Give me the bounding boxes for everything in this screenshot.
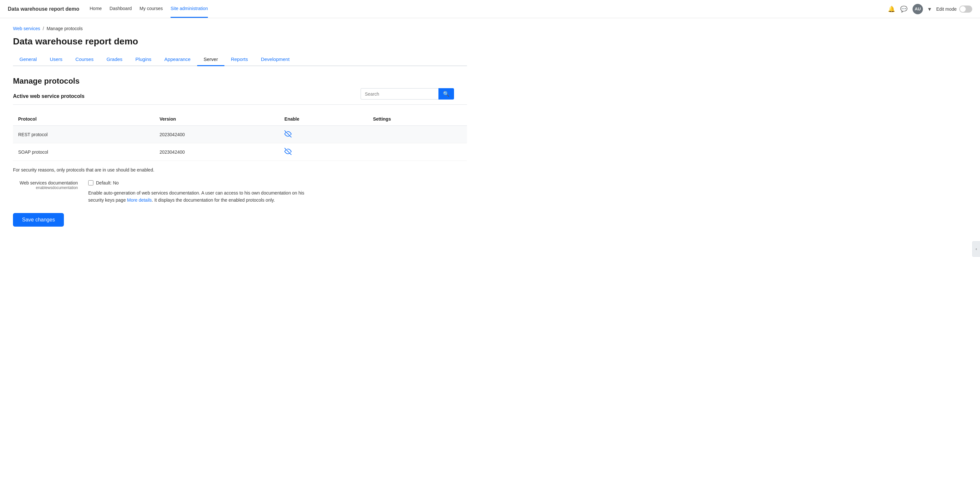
rest-protocol-settings: [368, 126, 467, 143]
tab-plugins[interactable]: Plugins: [129, 53, 158, 66]
setting-label: Web services documentation enablewsdocum…: [13, 180, 78, 204]
soap-protocol-version: 2023042400: [154, 143, 279, 161]
protocols-table: Protocol Version Enable Settings REST pr…: [13, 113, 467, 161]
search-input[interactable]: [361, 88, 438, 100]
nav-my-courses[interactable]: My courses: [140, 0, 163, 18]
rest-protocol-enable[interactable]: [279, 126, 368, 143]
description-part2: . It displays the documentation for the …: [152, 197, 275, 203]
search-container: 🔍: [361, 88, 454, 100]
tabs-container: General Users Courses Grades Plugins App…: [13, 53, 467, 66]
messages-icon[interactable]: 💬: [900, 5, 907, 13]
tab-courses[interactable]: Courses: [69, 53, 100, 66]
col-protocol: Protocol: [13, 113, 154, 126]
user-avatar[interactable]: AU: [913, 4, 923, 14]
save-changes-button[interactable]: Save changes: [13, 213, 64, 227]
col-settings: Settings: [368, 113, 467, 126]
search-button[interactable]: 🔍: [438, 88, 454, 100]
edit-mode-switch[interactable]: [959, 5, 972, 13]
tab-general[interactable]: General: [13, 53, 43, 66]
tab-server[interactable]: Server: [197, 53, 224, 66]
setting-label-main: Web services documentation: [13, 180, 78, 185]
nav-right: 🔔 💬 AU ▾ Edit mode: [888, 4, 972, 14]
user-dropdown-chevron[interactable]: ▾: [928, 5, 931, 13]
tab-users[interactable]: Users: [43, 53, 69, 66]
documentation-checkbox[interactable]: [88, 180, 93, 185]
tab-grades[interactable]: Grades: [100, 53, 129, 66]
section-divider: [13, 104, 467, 105]
tab-appearance[interactable]: Appearance: [158, 53, 197, 66]
soap-protocol-settings: [368, 143, 467, 161]
edit-mode-toggle[interactable]: Edit mode: [936, 5, 972, 13]
section-title: Manage protocols: [13, 76, 467, 86]
rest-protocol-name: REST protocol: [13, 126, 154, 143]
nav-home[interactable]: Home: [90, 0, 102, 18]
tabs: General Users Courses Grades Plugins App…: [13, 53, 467, 65]
breadcrumb-separator: /: [43, 26, 44, 31]
breadcrumb-web-services[interactable]: Web services: [13, 26, 40, 31]
documentation-setting-row: Web services documentation enablewsdocum…: [13, 180, 467, 204]
edit-mode-label: Edit mode: [936, 6, 957, 12]
rest-enable-icon[interactable]: [285, 130, 291, 137]
title-row: Data warehouse report demo 🔍: [13, 36, 467, 47]
table-row: REST protocol 2023042400: [13, 126, 467, 143]
notifications-icon[interactable]: 🔔: [888, 5, 895, 13]
tab-development[interactable]: Development: [254, 53, 296, 66]
setting-label-sub: enablewsdocumentation: [13, 185, 78, 190]
breadcrumb: Web services / Manage protocols: [13, 26, 467, 31]
tab-reports[interactable]: Reports: [224, 53, 255, 66]
more-details-link[interactable]: More details: [127, 197, 152, 203]
checkbox-row: Default: No: [88, 180, 467, 185]
col-enable: Enable: [279, 113, 368, 126]
rest-protocol-version: 2023042400: [154, 126, 279, 143]
soap-protocol-enable[interactable]: [279, 143, 368, 161]
security-note: For security reasons, only protocols tha…: [13, 167, 467, 172]
main-content: Web services / Manage protocols Data war…: [0, 18, 480, 234]
col-version: Version: [154, 113, 279, 126]
setting-content: Default: No Enable auto-generation of we…: [88, 180, 467, 204]
site-title: Data warehouse report demo: [8, 6, 80, 12]
nav-dashboard[interactable]: Dashboard: [110, 0, 132, 18]
checkbox-label: Default: No: [96, 180, 119, 185]
nav-links: Home Dashboard My courses Site administr…: [90, 0, 888, 18]
top-navigation: Data warehouse report demo Home Dashboar…: [0, 0, 980, 18]
soap-protocol-name: SOAP protocol: [13, 143, 154, 161]
setting-description: Enable auto-generation of web services d…: [88, 189, 315, 204]
table-row: SOAP protocol 2023042400: [13, 143, 467, 161]
page-title: Data warehouse report demo: [13, 36, 467, 47]
breadcrumb-current: Manage protocols: [47, 26, 83, 31]
nav-site-administration[interactable]: Site administration: [170, 0, 208, 18]
soap-enable-icon[interactable]: [285, 148, 291, 155]
